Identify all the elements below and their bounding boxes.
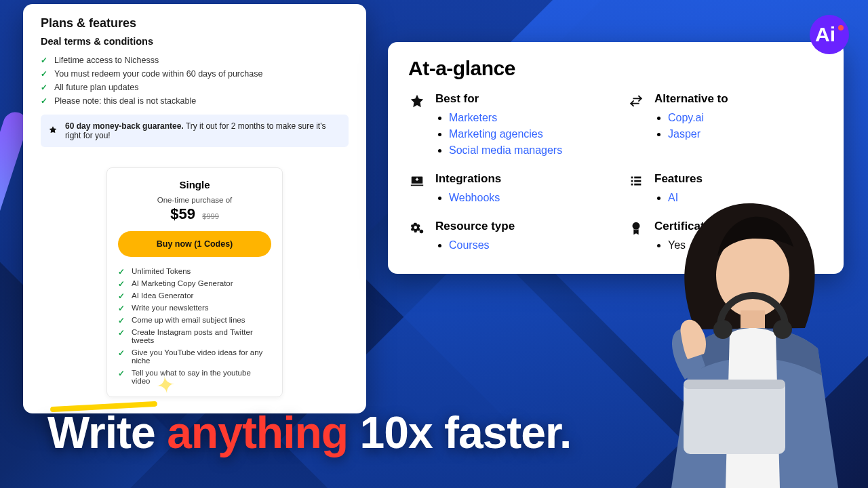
glance-link[interactable]: Webhooks [449,192,500,203]
ribbon-icon [627,220,645,253]
swap-icon [627,92,645,159]
list-icon [627,172,645,206]
glance-link[interactable]: Courses [449,239,490,251]
deal-term: Lifetime access to Nichesss [41,54,349,67]
glance-link[interactable]: Jasper [668,128,701,140]
laptop-icon [408,172,426,206]
glance-section-title: Best for [435,92,562,106]
tier-feature: Tell you what to say in the youtube vide… [118,367,271,387]
tier-feature: AI Idea Generator [118,289,271,302]
list-item: Jasper [668,126,728,142]
glance-link[interactable]: Marketers [449,112,497,123]
tier-price-was: $999 [202,212,218,220]
svg-point-4 [713,320,732,339]
glance-section-integrations: Integrations Webhooks [408,172,604,206]
glance-section-title: Alternative to [654,92,728,106]
tier-feature: AI Marketing Copy Generator [118,277,271,289]
svg-rect-2 [684,380,785,454]
glance-section-resource-type: Resource type Courses [408,220,604,253]
list-item: Marketers [449,110,562,126]
glance-section-title: Resource type [435,220,515,233]
tier-feature-list: Unlimited Tokens AI Marketing Copy Gener… [118,265,271,387]
star-icon [408,92,426,159]
list-item: Courses [449,237,515,253]
plans-subheading: Deal terms & conditions [41,36,349,47]
list-item: Social media managers [449,142,562,159]
ribbon-icon [47,125,58,136]
deal-term: Please note: this deal is not stackable [41,94,349,108]
sparkle-icon: ✦ [154,370,176,400]
tagline-post: 10x faster. [348,407,571,458]
deal-term: You must redeem your code within 60 days… [41,67,349,81]
price-tier-card: Single One-time purchase of $59 $999 Buy… [106,167,283,397]
svg-rect-1 [741,310,765,331]
tier-price: $59 [170,205,195,222]
tier-feature: Come up with email subject lines [118,314,271,326]
guarantee-bold: 60 day money-back guarantee. [65,121,184,131]
glance-heading: At-a-glance [408,57,823,80]
tier-feature: Write your newsletters [118,302,271,314]
brand-badge: Ai [810,15,849,54]
tier-name: Single [118,179,271,190]
tier-feature: Unlimited Tokens [118,265,271,277]
glance-section-alternative-to: Alternative to Copy.ai Jasper [627,92,823,159]
tagline-pre: Write [47,407,167,458]
tagline: Write anything 10x faster. [47,407,571,458]
person-image [644,176,868,488]
glance-link[interactable]: Social media managers [449,144,562,156]
tagline-accent: anything [167,407,348,458]
deal-terms-list: Lifetime access to Nichesss You must red… [41,54,349,108]
glance-section-best-for: Best for Marketers Marketing agencies So… [408,92,604,159]
glance-link[interactable]: Copy.ai [668,112,704,123]
list-item: Marketing agencies [449,126,562,142]
svg-point-5 [773,320,792,339]
gears-icon [408,220,426,253]
list-item: Webhooks [449,190,501,206]
plans-card: Plans & features Deal terms & conditions… [23,4,366,413]
glance-link[interactable]: Marketing agencies [449,128,543,140]
tier-feature: Give you YouTube video ideas for any nic… [118,346,271,367]
buy-now-button[interactable]: Buy now (1 Codes) [118,231,271,257]
list-item: Copy.ai [668,110,728,126]
tier-feature: Create Instagram posts and Twitter tweet… [118,326,271,346]
tier-subtitle: One-time purchase of [118,196,271,204]
deal-term: All future plan updates [41,81,349,94]
svg-rect-3 [684,380,785,389]
plans-heading: Plans & features [41,16,349,30]
brand-badge-text: Ai [815,23,835,46]
guarantee-banner: 60 day money-back guarantee. Try it out … [41,115,349,147]
glance-section-title: Integrations [435,172,501,186]
